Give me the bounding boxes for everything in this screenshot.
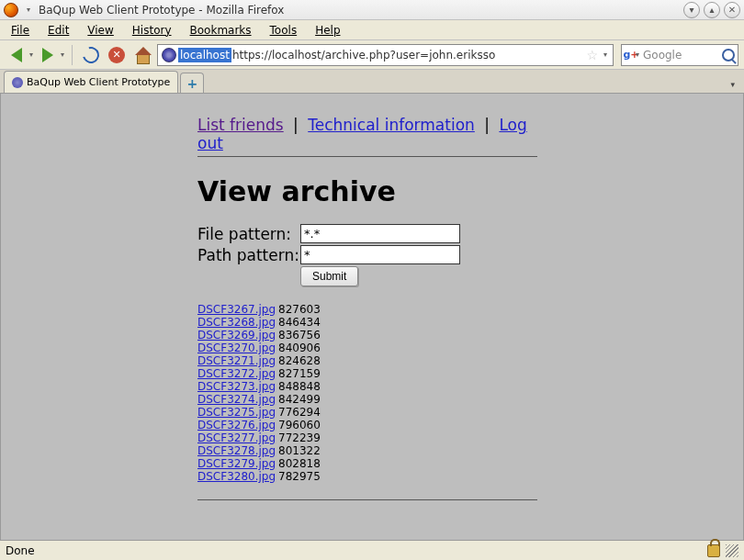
minimize-button[interactable]: ▾ <box>683 2 700 18</box>
file-size: 827159 <box>278 367 321 380</box>
menu-view[interactable]: View <box>82 22 118 39</box>
file-row: DSCF3277.jpg772239 <box>197 431 537 444</box>
file-pattern-input[interactable] <box>300 224 460 243</box>
file-row: DSCF3269.jpg836756 <box>197 329 537 342</box>
file-size: 801322 <box>278 444 321 457</box>
file-link[interactable]: DSCF3272.jpg <box>197 367 276 380</box>
path-pattern-row: Path pattern: <box>197 245 537 264</box>
search-box[interactable]: g+ ▾ Google <box>621 44 738 66</box>
tab-bar: BaQup Web Client Prototype + ▾ <box>0 70 744 94</box>
menu-bookmarks[interactable]: Bookmarks <box>185 22 257 39</box>
menu-tools[interactable]: Tools <box>265 22 303 39</box>
file-link[interactable]: DSCF3280.jpg <box>197 470 276 483</box>
window-title: BaQup Web Client Prototype - Mozilla Fir… <box>39 4 284 17</box>
file-size: 802818 <box>278 457 321 470</box>
file-row: DSCF3272.jpg827159 <box>197 367 537 380</box>
page-top-nav: List friends | Technical information | L… <box>197 116 537 152</box>
back-button[interactable] <box>6 44 28 66</box>
forward-history-dropdown[interactable]: ▾ <box>61 50 64 59</box>
file-size: 842499 <box>278 393 321 406</box>
nav-separator: | <box>479 116 494 134</box>
file-link[interactable]: DSCF3271.jpg <box>197 354 276 367</box>
file-row: DSCF3274.jpg842499 <box>197 393 537 406</box>
submit-button[interactable]: Submit <box>300 266 358 286</box>
file-row: DSCF3275.jpg776294 <box>197 406 537 419</box>
bookmark-star-icon[interactable]: ☆ <box>586 48 598 62</box>
stop-button[interactable]: ✕ <box>106 44 128 66</box>
back-history-dropdown[interactable]: ▾ <box>29 50 33 59</box>
path-pattern-input[interactable] <box>300 245 460 264</box>
menu-file[interactable]: File <box>6 22 35 39</box>
file-size: 796060 <box>278 419 321 431</box>
page-body: List friends | Technical information | L… <box>197 116 537 500</box>
window-titlebar: ▾ BaQup Web Client Prototype - Mozilla F… <box>0 0 744 20</box>
file-link[interactable]: DSCF3274.jpg <box>197 393 276 406</box>
path-pattern-label: Path pattern: <box>197 246 300 264</box>
menu-edit[interactable]: Edit <box>42 22 74 39</box>
link-list-friends[interactable]: List friends <box>197 116 284 134</box>
file-link[interactable]: DSCF3279.jpg <box>197 457 276 470</box>
file-row: DSCF3280.jpg782975 <box>197 470 537 483</box>
page-heading: View archive <box>197 175 537 207</box>
page-viewport[interactable]: List friends | Technical information | L… <box>0 94 744 540</box>
url-history-dropdown[interactable]: ▾ <box>603 50 607 59</box>
reload-button[interactable] <box>80 44 102 66</box>
file-link[interactable]: DSCF3270.jpg <box>197 342 276 354</box>
app-menu-dropdown[interactable]: ▾ <box>22 4 35 17</box>
file-row: DSCF3270.jpg840906 <box>197 342 537 354</box>
file-row: DSCF3279.jpg802818 <box>197 457 537 470</box>
file-row: DSCF3271.jpg824628 <box>197 354 537 367</box>
tab-favicon <box>12 77 23 88</box>
forward-button[interactable] <box>37 44 59 66</box>
file-size: 840906 <box>278 342 321 354</box>
file-row: DSCF3276.jpg796060 <box>197 419 537 431</box>
file-link[interactable]: DSCF3268.jpg <box>197 316 276 329</box>
firefox-icon <box>4 3 18 17</box>
site-favicon <box>162 48 176 62</box>
search-submit-icon[interactable] <box>722 49 735 62</box>
file-link[interactable]: DSCF3273.jpg <box>197 380 276 393</box>
url-text: https://localhost/archive.php?user=john.… <box>232 49 495 62</box>
status-text: Done <box>6 544 35 557</box>
file-size: 836756 <box>278 329 321 342</box>
nav-separator: | <box>288 116 303 134</box>
file-link[interactable]: DSCF3277.jpg <box>197 431 276 444</box>
file-list: DSCF3267.jpg827603DSCF3268.jpg846434DSCF… <box>197 303 537 483</box>
menu-history[interactable]: History <box>127 22 177 39</box>
search-engine-dropdown[interactable]: ▾ <box>636 50 639 59</box>
file-row: DSCF3273.jpg848848 <box>197 380 537 393</box>
file-row: DSCF3267.jpg827603 <box>197 303 537 316</box>
lock-icon <box>707 544 720 557</box>
address-bar[interactable]: localhost https://localhost/archive.php?… <box>157 44 614 66</box>
file-link[interactable]: DSCF3276.jpg <box>197 419 276 431</box>
tab-label: BaQup Web Client Prototype <box>27 76 170 88</box>
link-technical-information[interactable]: Technical information <box>308 116 475 134</box>
navigation-toolbar: ▾ ▾ ✕ localhost https://localhost/archiv… <box>0 40 744 70</box>
close-button[interactable]: ✕ <box>724 2 740 18</box>
file-size: 827603 <box>278 303 321 316</box>
new-tab-button[interactable]: + <box>180 73 204 93</box>
toolbar-separator <box>72 45 73 65</box>
file-size: 772239 <box>278 431 321 444</box>
tab-list-dropdown[interactable]: ▾ <box>730 80 735 89</box>
file-link[interactable]: DSCF3267.jpg <box>197 303 276 316</box>
file-link[interactable]: DSCF3269.jpg <box>197 329 276 342</box>
file-size: 846434 <box>278 316 321 329</box>
file-pattern-label: File pattern: <box>197 225 300 243</box>
file-size: 824628 <box>278 354 321 367</box>
file-size: 848848 <box>278 380 321 393</box>
file-size: 776294 <box>278 406 321 419</box>
status-bar: Done <box>0 540 744 560</box>
tab-active[interactable]: BaQup Web Client Prototype <box>4 71 178 93</box>
file-size: 782975 <box>278 470 321 483</box>
maximize-button[interactable]: ▴ <box>704 2 720 18</box>
menu-help[interactable]: Help <box>310 22 345 39</box>
file-link[interactable]: DSCF3275.jpg <box>197 406 276 419</box>
file-link[interactable]: DSCF3278.jpg <box>197 444 276 457</box>
menu-bar: File Edit View History Bookmarks Tools H… <box>0 20 744 40</box>
search-placeholder: Google <box>643 49 722 62</box>
resize-grip-icon <box>726 544 738 557</box>
home-button[interactable] <box>131 44 153 66</box>
divider <box>197 156 537 157</box>
divider <box>197 499 537 500</box>
